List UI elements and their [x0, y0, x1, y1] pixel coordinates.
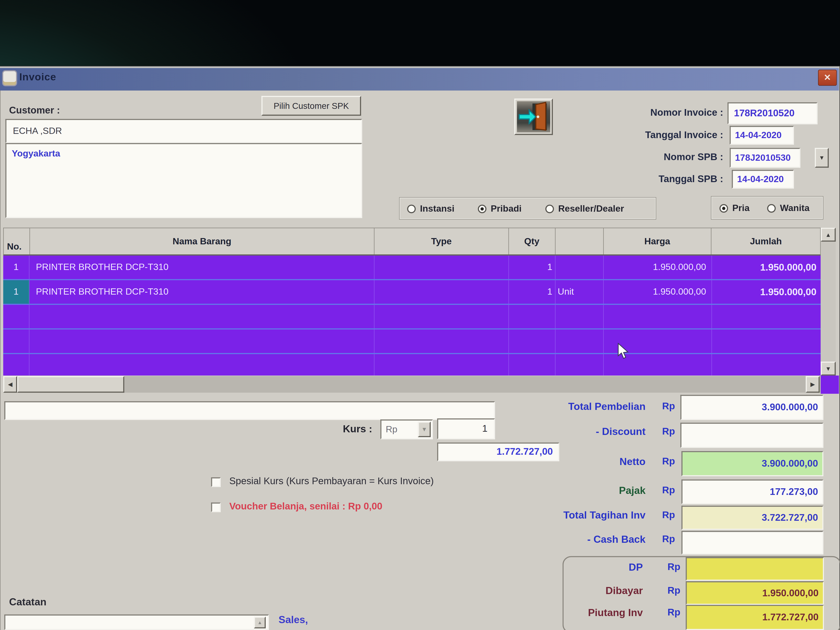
kurs-amount-field[interactable]: 1.772.727,00 — [437, 442, 559, 461]
netto-label: Netto — [619, 456, 646, 467]
tanggal-invoice-label: Tanggal Invoice : — [645, 129, 723, 141]
radio-instansi[interactable]: Instansi — [407, 204, 454, 214]
radio-icon — [767, 204, 775, 213]
table-row-selected[interactable]: 1 PRINTER BROTHER DCP-T310 1 Unit 1.950.… — [3, 280, 821, 305]
cell-unit — [556, 256, 604, 279]
scroll-right-icon[interactable]: ▶ — [806, 376, 819, 393]
spesial-kurs-checkbox[interactable] — [211, 477, 221, 487]
exit-door-icon — [517, 101, 550, 132]
spesial-kurs-label: Spesial Kurs (Kurs Pembayaran = Kurs Inv… — [229, 476, 434, 487]
radio-icon — [545, 205, 554, 213]
dibayar-label: Dibayar — [606, 585, 643, 597]
col-header-nama-barang[interactable]: Nama Barang — [30, 228, 374, 254]
photo-of-screen: Invoice ✕ Customer : ECHA ,SDR Yogyakart… — [0, 0, 840, 630]
rp-label: Rp — [662, 456, 675, 467]
close-icon[interactable]: ✕ — [818, 69, 837, 86]
title-bar — [0, 66, 839, 90]
dp-field[interactable] — [686, 557, 824, 581]
voucher-belanja-label: Voucher Belanja, senilai : Rp 0,00 — [229, 501, 382, 512]
cell-harga: 1.950.000,00 — [604, 256, 712, 279]
table-horizontal-scrollbar[interactable] — [3, 376, 821, 393]
rp-label: Rp — [662, 426, 675, 437]
discount-label: - Discount — [596, 426, 645, 437]
pajak-field[interactable]: 177.273,00 — [682, 479, 823, 504]
total-pembelian-label: Total Pembelian — [568, 401, 646, 412]
discount-field[interactable] — [680, 423, 823, 448]
table-row-empty[interactable] — [3, 330, 821, 354]
col-header-jumlah[interactable]: Jumlah — [712, 228, 820, 254]
table-row-empty[interactable] — [3, 305, 821, 330]
sales-label: Sales, — [279, 614, 308, 625]
nomor-spb-label: Nomor SPB : — [664, 152, 723, 163]
catatan-textarea[interactable] — [4, 614, 269, 630]
rp-label: Rp — [662, 534, 675, 545]
voucher-belanja-checkbox[interactable] — [211, 502, 221, 512]
total-pembelian-field[interactable]: 3.900.000,00 — [680, 395, 823, 420]
table-row[interactable]: 1 PRINTER BROTHER DCP-T310 1 1.950.000,0… — [3, 256, 821, 280]
col-header-no[interactable]: No. — [4, 228, 30, 254]
radio-pria[interactable]: Pria — [720, 203, 750, 214]
cell-no-selected: 1 — [3, 280, 30, 304]
radio-reseller-dealer[interactable]: Reseller/Dealer — [545, 204, 624, 214]
cell-unit: Unit — [556, 280, 604, 304]
tanggal-invoice-field[interactable]: 14-04-2020 — [729, 126, 794, 145]
table-header-row: No. Nama Barang Type Qty Harga Jumlah — [3, 228, 821, 256]
scroll-up-icon[interactable]: ▲ — [821, 228, 835, 242]
pilih-customer-spk-button[interactable]: Pilih Customer SPK — [262, 96, 361, 116]
cash-back-field[interactable] — [682, 531, 823, 554]
rp-label: Rp — [668, 585, 681, 596]
dp-label: DP — [629, 561, 643, 573]
kurs-rate-field[interactable]: 1 — [437, 418, 495, 439]
rp-label: Rp — [668, 607, 681, 618]
scrollbar-corner — [821, 376, 839, 394]
kurs-label: Kurs : — [343, 423, 373, 435]
cell-type — [374, 256, 509, 279]
col-header-harga[interactable]: Harga — [603, 228, 712, 254]
info-strip-field[interactable] — [4, 401, 495, 420]
table-vertical-scrollbar[interactable] — [821, 228, 835, 376]
piutang-inv-field[interactable]: 1.772.727,00 — [686, 605, 824, 630]
col-header-unit[interactable] — [555, 228, 603, 254]
rp-label: Rp — [662, 401, 675, 412]
radio-icon — [407, 205, 415, 213]
catatan-scroll-up-icon[interactable]: ▲ — [254, 617, 266, 628]
cell-harga: 1.950.000,00 — [604, 280, 712, 304]
rp-label: Rp — [668, 561, 681, 573]
cell-nama: PRINTER BROTHER DCP-T310 — [30, 280, 374, 304]
radio-pribadi[interactable]: Pribadi — [478, 204, 522, 214]
radio-wanita[interactable]: Wanita — [767, 203, 810, 214]
dibayar-field[interactable]: 1.950.000,00 — [686, 581, 824, 605]
customer-name-field[interactable]: ECHA ,SDR — [5, 119, 362, 143]
total-tagihan-inv-field[interactable]: 3.722.727,00 — [682, 505, 823, 530]
window-title: Invoice — [19, 71, 56, 83]
cell-no: 1 — [3, 256, 30, 279]
cell-jumlah: 1.950.000,00 — [712, 256, 821, 279]
rp-label: Rp — [662, 510, 675, 521]
nomor-spb-dropdown-icon[interactable]: ▼ — [815, 148, 829, 167]
cell-qty: 1 — [509, 256, 556, 279]
table-row-empty[interactable] — [3, 354, 821, 376]
exit-button[interactable] — [514, 98, 553, 135]
nomor-spb-field[interactable]: 178J2010530 — [729, 148, 800, 167]
kurs-dropdown-icon[interactable]: ▼ — [418, 422, 431, 437]
scroll-down-icon[interactable]: ▼ — [821, 362, 835, 376]
catatan-label: Catatan — [9, 596, 46, 608]
nomor-invoice-field[interactable]: 178R2010520 — [728, 103, 818, 125]
customer-address-field[interactable]: Yogyakarta — [5, 143, 362, 218]
pajak-label: Pajak — [619, 485, 646, 497]
cash-back-label: - Cash Back — [587, 534, 646, 545]
tanggal-spb-field[interactable]: 14-04-2020 — [732, 170, 794, 189]
netto-field[interactable]: 3.900.000,00 — [682, 451, 823, 476]
col-header-qty[interactable]: Qty — [509, 228, 556, 254]
cell-jumlah: 1.950.000,00 — [712, 280, 821, 304]
tanggal-spb-label: Tanggal SPB : — [658, 174, 723, 185]
total-tagihan-inv-label: Total Tagihan Inv — [564, 510, 646, 521]
scroll-left-icon[interactable]: ◀ — [3, 376, 17, 393]
hscroll-thumb[interactable] — [17, 376, 125, 393]
piutang-inv-label: Piutang Inv — [588, 607, 643, 619]
nomor-invoice-label: Nomor Invoice : — [651, 107, 723, 118]
table-body: 1 PRINTER BROTHER DCP-T310 1 1.950.000,0… — [3, 256, 821, 376]
col-header-type[interactable]: Type — [374, 228, 509, 254]
radio-selected-icon — [478, 205, 486, 213]
cell-type — [374, 280, 509, 304]
